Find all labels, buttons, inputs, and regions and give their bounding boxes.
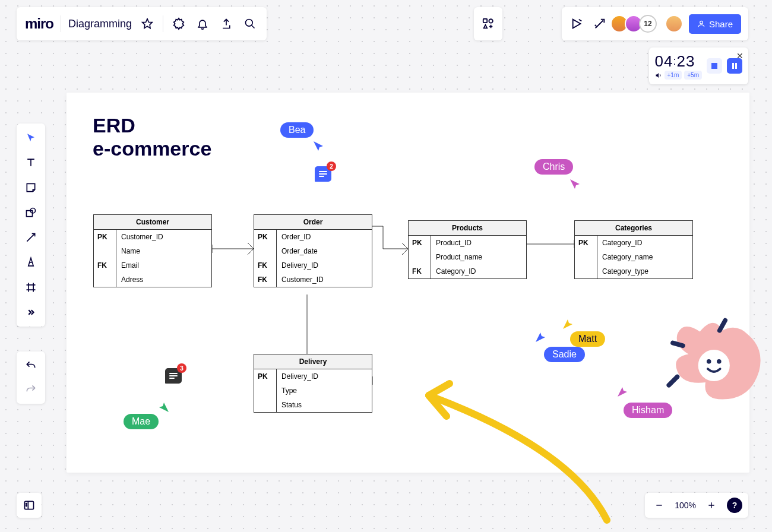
sound-icon[interactable] [655,72,662,79]
erd-table-customer[interactable]: Customer PKCustomer_ID Name FKEmail Adre… [93,214,212,287]
svg-point-4 [700,21,703,24]
pen-tool[interactable] [23,254,39,271]
reactions-icon[interactable] [591,15,608,32]
comment-count-badge: 2 [327,162,336,171]
cursor-arrow-icon [536,332,545,342]
zoom-bar: 100% ? [645,493,748,518]
svg-rect-5 [711,63,717,69]
timer-panel: 04:23 +1m +5m ✕ [649,48,748,84]
cursor-matt: Matt [570,331,605,347]
svg-rect-2 [483,19,487,23]
svg-point-14 [707,359,711,364]
toolbar [17,124,45,327]
cursor-arrow-icon [618,387,627,397]
search-icon[interactable] [242,15,258,32]
svg-point-1 [246,20,253,27]
comment-indicator[interactable]: 2 [315,166,331,182]
settings-icon[interactable] [170,15,187,32]
frame-tool[interactable] [23,279,39,296]
cursor-arrow-icon [570,179,580,189]
connector-tool[interactable] [23,229,39,246]
cursor-mae: Mae [124,414,159,429]
erd-table-delivery[interactable]: Delivery PKDelivery_ID Type Status [254,354,372,413]
help-button[interactable]: ? [727,498,742,513]
zoom-out-button[interactable] [651,497,667,514]
svg-point-3 [489,19,492,23]
star-icon[interactable] [139,15,156,32]
erd-table-header: Categories [575,221,692,236]
svg-rect-8 [27,211,33,217]
share-button[interactable]: Share [689,14,741,34]
svg-rect-6 [732,63,734,69]
svg-point-12 [26,505,27,506]
erd-table-header: Order [254,215,372,230]
cursor-sadie: Sadie [544,347,585,362]
share-label: Share [709,19,733,29]
zoom-in-button[interactable] [703,497,720,514]
erd-table-products[interactable]: Products PKProduct_ID Product_name FKCat… [408,220,527,279]
close-icon[interactable]: ✕ [736,51,743,61]
cursor-arrow-icon [563,319,572,329]
text-tool[interactable] [23,154,39,171]
avatar-self[interactable] [665,15,683,33]
comment-count-badge: 3 [177,363,186,373]
bell-icon[interactable] [194,15,211,32]
svg-point-13 [698,350,730,381]
apps-button[interactable] [474,7,502,40]
cursor-arrow-icon [159,403,169,412]
erd-table-categories[interactable]: Categories PKCategory_ID Category_name C… [574,220,693,279]
ok-hand-sticker[interactable] [660,303,772,416]
header-right: 12 Share [562,7,748,40]
timer-stop-button[interactable] [707,58,722,74]
erd-table-header: Products [409,221,526,236]
shape-tool[interactable] [23,204,39,221]
more-tools[interactable] [23,304,39,321]
frame-title: ERD e-commerce [93,114,211,160]
timer-add-1m[interactable]: +1m [665,71,682,80]
zoom-percent[interactable]: 100% [675,501,696,510]
cursor-bea: Bea [280,122,314,138]
avatar-stack[interactable]: 12 [614,15,657,33]
avatar-overflow[interactable]: 12 [639,15,657,33]
timer-add-5m[interactable]: +5m [684,71,702,80]
timer-display: 04:23 [655,52,702,71]
arrow-annotation[interactable] [393,372,631,526]
erd-table-header: Delivery [254,354,372,369]
panel-toggle[interactable] [17,493,42,518]
comment-indicator[interactable]: 3 [165,368,182,384]
undo-button[interactable] [23,357,39,374]
divider [61,15,61,32]
select-tool[interactable] [23,129,39,146]
erd-table-order[interactable]: Order PKOrder_ID Order_date FKDelivery_I… [254,214,372,287]
svg-rect-7 [735,63,737,69]
board-name[interactable]: Diagramming [68,18,132,30]
svg-marker-0 [143,19,153,28]
cursor-arrow-icon [314,141,323,151]
logo[interactable]: miro [25,15,53,32]
present-icon[interactable] [569,15,586,32]
erd-table-header: Customer [94,215,211,230]
svg-point-11 [26,504,27,505]
redo-button[interactable] [23,381,39,398]
header-left: miro Diagramming [17,7,267,40]
sticky-tool[interactable] [23,179,39,196]
cursor-hisham: Hisham [624,403,672,418]
cursor-chris: Chris [534,159,573,175]
svg-point-15 [717,359,722,364]
toolbar-history [17,352,45,404]
divider [163,15,163,32]
export-icon[interactable] [218,15,235,32]
